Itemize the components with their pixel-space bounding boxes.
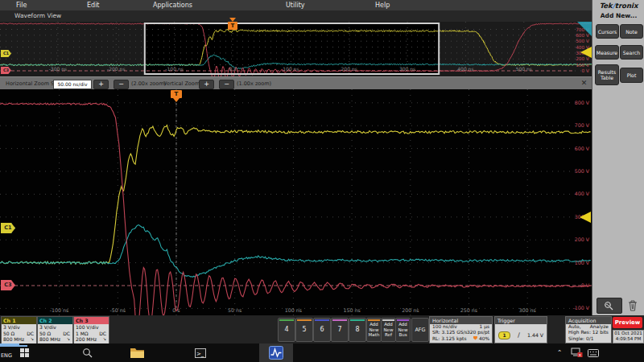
zoom-mode-button[interactable] — [597, 298, 622, 314]
measure-button[interactable]: Measure — [595, 45, 619, 60]
menu-edit[interactable]: Edit — [87, 0, 100, 10]
channel-badge-1[interactable]: Ch 13 V/div50 ΩDC800 MHz↘ — [1, 316, 37, 344]
add-button-label: Add New Ref — [382, 322, 395, 338]
svg-text:150 ns: 150 ns — [343, 307, 360, 313]
menu-utility[interactable]: Utility — [286, 0, 305, 10]
add-new-bus-button[interactable]: Add New Bus — [395, 318, 411, 342]
channel-name: Ch 2 — [38, 317, 72, 324]
add-button-label: Add New Math — [367, 322, 381, 338]
channel-coupling: DC — [27, 331, 34, 337]
h-zoom-readout: (2.00x zoom) — [131, 77, 166, 90]
svg-text:0 s: 0 s — [172, 307, 180, 313]
zoom-toolbar: Horizontal Zoom Scale 50.00 ns/div + − (… — [0, 76, 592, 90]
record-length: RL: 3.125 kpts — [432, 336, 467, 341]
menu-file[interactable]: File — [16, 0, 27, 10]
trash-icon — [627, 299, 638, 311]
svg-text:250 ns: 250 ns — [460, 307, 477, 313]
file-explorer-button[interactable] — [124, 343, 150, 362]
channel-bandwidth: 200 MHz↘ — [74, 336, 109, 343]
svg-text:100 V: 100 V — [575, 260, 590, 265]
results-table-button[interactable]: Results Table — [595, 64, 619, 85]
main-trigger-flag[interactable]: T — [171, 90, 182, 98]
overview-trigger-level-arrow-icon[interactable] — [580, 47, 592, 58]
h-zoom-minus-button[interactable]: − — [114, 80, 129, 89]
acquisition-title: Acquisition — [566, 317, 611, 324]
channel-termination: 50 ΩDC — [2, 331, 36, 337]
cursors-button[interactable]: Cursors — [596, 24, 619, 39]
tray-expand-button[interactable]: ⌃ — [554, 343, 565, 362]
tekscope-app-icon — [269, 346, 283, 360]
touch-keyboard-button[interactable] — [586, 343, 601, 362]
close-zoom-icon[interactable]: ✕ — [579, 78, 589, 88]
probe-arrow-icon: ↘ — [103, 336, 106, 343]
channel-color-stripe — [297, 319, 312, 321]
channel-name: Ch 3 — [74, 317, 109, 324]
language-indicator[interactable]: ENG — [0, 347, 13, 362]
menu-help[interactable]: Help — [375, 0, 390, 10]
svg-text:300 ns: 300 ns — [399, 66, 415, 72]
horizontal-window: 1 µs — [480, 324, 489, 330]
channel-button-6[interactable]: 6 — [313, 318, 331, 342]
main-trigger-pointer-icon — [173, 98, 180, 102]
time: 4:09:54 PM — [613, 336, 643, 342]
h-zoom-scale-input[interactable]: 50.00 ns/div — [53, 80, 92, 89]
svg-text:200 ns: 200 ns — [341, 66, 357, 72]
network-status-button[interactable]: x — [568, 343, 584, 362]
trigger-badge[interactable]: Trigger 1 ∕ 1.44 V — [494, 316, 547, 343]
channel-button-4[interactable]: 4 — [278, 318, 295, 342]
tab-waveform-view[interactable]: Waveform View — [14, 10, 61, 22]
channel-color-stripe — [315, 319, 329, 321]
start-button[interactable] — [13, 343, 35, 362]
main-trigger-level-arrow-icon[interactable] — [580, 212, 591, 223]
trash-button[interactable] — [625, 298, 641, 311]
svg-text:400 V: 400 V — [575, 191, 590, 196]
add-new-ref-button[interactable]: Add New Ref — [381, 318, 396, 342]
svg-text:0 V: 0 V — [582, 68, 590, 73]
horizontal-scale: 100 ns/div — [432, 324, 457, 329]
channel-badge-2[interactable]: Ch 23 V/div50 ΩDC800 MHz↘ — [37, 316, 73, 344]
svg-text:-100 ns: -100 ns — [165, 66, 183, 72]
add-new-math-button[interactable]: Add New Math — [366, 318, 382, 342]
svg-text:700 V: 700 V — [575, 122, 590, 128]
svg-text:-300 ns: -300 ns — [49, 66, 67, 72]
svg-text:-50 ns: -50 ns — [110, 307, 126, 313]
afg-button[interactable]: AFG — [411, 318, 429, 342]
svg-text:300 ns: 300 ns — [519, 307, 536, 313]
channel-badge-3[interactable]: Ch 3100 V/div1 MΩDC200 MHz↘ — [73, 316, 109, 344]
acquisition-badge[interactable]: Acquisition Auto,Analyze High Res: 12 bi… — [565, 316, 612, 343]
trigger-level: 1.44 V — [527, 332, 543, 338]
touch-keyboard-icon — [588, 349, 599, 357]
trigger-position-icon — [473, 336, 477, 340]
search-icon — [82, 348, 93, 358]
channel-coupling: DC — [99, 331, 106, 337]
sample-rate: SR: 3.125 GS/s — [432, 330, 468, 335]
svg-text:200 ns: 200 ns — [402, 307, 419, 313]
tekscope-app-button[interactable] — [259, 343, 293, 362]
overview-trigger-flag[interactable]: T — [228, 22, 237, 30]
v-zoom-readout: (1.00x zoom) — [237, 77, 271, 90]
search-button[interactable]: Search — [620, 45, 643, 60]
taskbar-search-button[interactable] — [76, 343, 98, 362]
menu-applications[interactable]: Applications — [153, 0, 192, 10]
overview-corner-handle-icon[interactable] — [577, 22, 592, 36]
note-button[interactable]: Note — [620, 24, 643, 39]
h-zoom-plus-button[interactable]: + — [93, 80, 109, 89]
channel-button-label: 7 — [332, 326, 348, 333]
preview-button[interactable]: Preview — [613, 317, 642, 328]
v-zoom-minus-button[interactable]: − — [219, 80, 234, 89]
channel-name: Ch 1 — [2, 317, 36, 324]
channel-button-5[interactable]: 5 — [295, 318, 313, 342]
horizontal-badge[interactable]: Horizontal 100 ns/div1 µs SR: 3.125 GS/s… — [429, 316, 493, 343]
button-color-stripe — [397, 319, 409, 321]
channel-button-8[interactable]: 8 — [349, 318, 366, 342]
channel-color-stripe — [332, 319, 347, 321]
zoomed-waveform-display[interactable]: -100 ns-50 ns0 s50 ns100 ns150 ns200 ns2… — [0, 89, 592, 315]
v-zoom-plus-button[interactable]: + — [199, 80, 214, 89]
plot-button[interactable]: Plot — [620, 68, 643, 83]
overview-waveform-display[interactable]: -300 ns-200 ns-100 ns0 s100 ns200 ns300 … — [0, 22, 592, 76]
channel-button-7[interactable]: 7 — [331, 318, 349, 342]
tekscope-application: FileEditApplicationsUtilityHelp Waveform… — [0, 0, 644, 362]
file-explorer-icon — [130, 348, 144, 358]
channel-scale: 3 V/div — [2, 324, 36, 331]
terminal-button[interactable]: >_ — [188, 343, 213, 362]
